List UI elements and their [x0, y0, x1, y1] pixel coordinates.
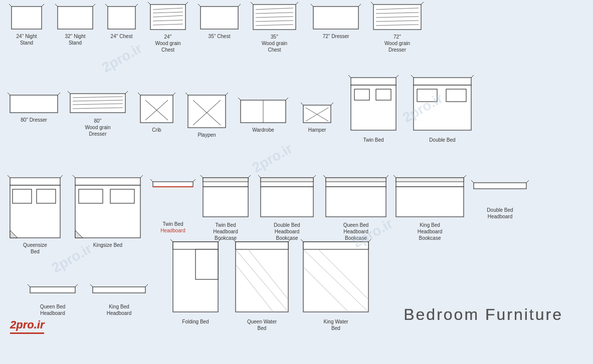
label-dresser-72: 72'' Dresser	[323, 33, 349, 40]
label-folding-bed: Folding Bed	[182, 318, 209, 325]
svg-rect-87	[75, 178, 140, 185]
item-wardrobe: Wardrobe	[238, 98, 288, 133]
item-double-headboard-bookcase: Double BedHeadboardBookcase	[258, 175, 316, 241]
item-wood-chest-24: 24''Wood grainChest	[148, 2, 188, 53]
label-twin-headboard-bookcase: Twin BedHeadboardBookcase	[213, 222, 238, 241]
svg-line-97	[193, 179, 195, 182]
svg-line-56	[226, 93, 228, 95]
label-wood-dresser-72: 72''Wood grainDresser	[384, 34, 410, 53]
item-wood-dresser-72: 72''Wood grainDresser	[371, 2, 424, 53]
svg-line-8	[135, 4, 138, 7]
label-kingsize-bed: Kingsize Bed	[93, 242, 122, 248]
item-double-headboard: Double BedHeadboard	[471, 180, 529, 220]
svg-line-120	[526, 180, 529, 183]
label-wood-chest-24: 24''Wood grainChest	[155, 34, 181, 53]
item-night-stand-24: 24'' NightStand	[9, 4, 44, 46]
item-queensize-bed: QueensizeBed	[8, 175, 63, 255]
label-queen-headboard-bookcase: Queen BedHeadboardBookcase	[343, 222, 369, 241]
svg-line-18	[198, 4, 201, 7]
svg-line-32	[371, 2, 373, 5]
svg-line-92	[73, 175, 75, 178]
svg-line-61	[286, 98, 288, 100]
label-wardrobe: Wardrobe	[252, 127, 274, 133]
label-crib: Crib	[152, 127, 161, 133]
svg-line-111	[323, 175, 326, 178]
svg-line-101	[201, 175, 203, 178]
svg-rect-104	[261, 178, 313, 182]
label-queen-headboard: Queen BedHeadboard	[40, 303, 66, 316]
svg-line-2	[42, 4, 44, 7]
label-twin-headboard: Twin BedHeadboard	[160, 221, 185, 234]
label-double-bed: Double Bed	[429, 137, 455, 143]
svg-line-55	[185, 93, 188, 95]
svg-line-50	[138, 93, 140, 95]
svg-line-44	[125, 91, 128, 94]
svg-rect-49	[140, 95, 173, 123]
svg-rect-3	[58, 7, 93, 29]
item-double-bed: Double Bed	[411, 75, 474, 143]
svg-line-7	[105, 4, 108, 7]
svg-rect-110	[326, 187, 386, 217]
item-playpen: Playpen	[185, 93, 228, 138]
svg-rect-133	[236, 242, 288, 249]
svg-rect-76	[417, 89, 437, 102]
svg-line-73	[396, 75, 399, 78]
svg-line-107	[313, 175, 316, 178]
svg-line-102	[248, 175, 251, 178]
svg-line-1	[9, 4, 12, 7]
label-night-stand-32: 32'' NightStand	[65, 33, 85, 46]
svg-line-60	[238, 98, 241, 100]
svg-rect-132	[236, 242, 288, 312]
svg-line-4	[55, 4, 58, 7]
item-dresser-80: 80'' Dresser	[8, 93, 60, 123]
item-hamper: Hamper	[301, 103, 333, 133]
svg-line-126	[145, 284, 148, 287]
svg-rect-121	[30, 287, 75, 293]
svg-rect-114	[396, 178, 464, 182]
svg-line-41	[58, 93, 60, 95]
svg-line-106	[258, 175, 261, 178]
svg-line-11	[185, 2, 188, 5]
item-queen-headboard-bookcase: Queen BedHeadboardBookcase	[323, 175, 388, 241]
svg-line-112	[386, 175, 388, 178]
svg-line-5	[93, 4, 95, 7]
svg-line-116	[393, 175, 396, 178]
svg-rect-17	[201, 7, 238, 29]
item-kingsize-bed: Kingsize Bed	[73, 175, 143, 248]
svg-rect-0	[12, 7, 42, 29]
svg-line-93	[140, 175, 143, 178]
svg-rect-118	[474, 183, 526, 189]
label-night-stand-24: 24'' NightStand	[16, 33, 37, 46]
svg-rect-99	[203, 178, 248, 182]
svg-rect-128	[173, 242, 218, 249]
svg-line-117	[464, 175, 466, 178]
svg-line-122	[28, 284, 30, 287]
label-chest-35: 35'' Chest	[209, 33, 231, 40]
svg-line-19	[238, 4, 241, 7]
label-queen-water-bed: Queen WaterBed	[247, 318, 277, 331]
label-twin-bed: Twin Bed	[363, 137, 383, 143]
label-chest-24: 24'' Chest	[111, 33, 133, 40]
svg-line-65	[331, 103, 333, 105]
item-king-water-bed: King WaterBed	[301, 239, 371, 331]
svg-rect-28	[313, 7, 358, 29]
svg-line-21	[251, 2, 253, 5]
svg-rect-94	[153, 182, 193, 187]
svg-rect-129	[195, 249, 218, 279]
label-king-headboard: King BedHeadboard	[107, 303, 131, 316]
item-dresser-72: 72'' Dresser	[311, 4, 361, 40]
svg-rect-115	[396, 187, 464, 217]
logo-text: 2pro.ir	[10, 318, 44, 331]
label-king-water-bed: King WaterBed	[323, 318, 348, 331]
svg-line-51	[173, 93, 175, 95]
logo: 2pro.ir	[10, 318, 44, 334]
svg-rect-82	[13, 189, 32, 203]
svg-line-64	[301, 103, 303, 105]
label-wood-dresser-80: 80''Wood grainDresser	[85, 118, 111, 137]
svg-line-10	[148, 2, 150, 5]
svg-rect-140	[303, 242, 368, 249]
svg-rect-83	[37, 189, 56, 203]
item-folding-bed: Folding Bed	[170, 239, 221, 325]
svg-rect-105	[261, 187, 313, 217]
label-queensize-bed: QueensizeBed	[23, 242, 47, 255]
